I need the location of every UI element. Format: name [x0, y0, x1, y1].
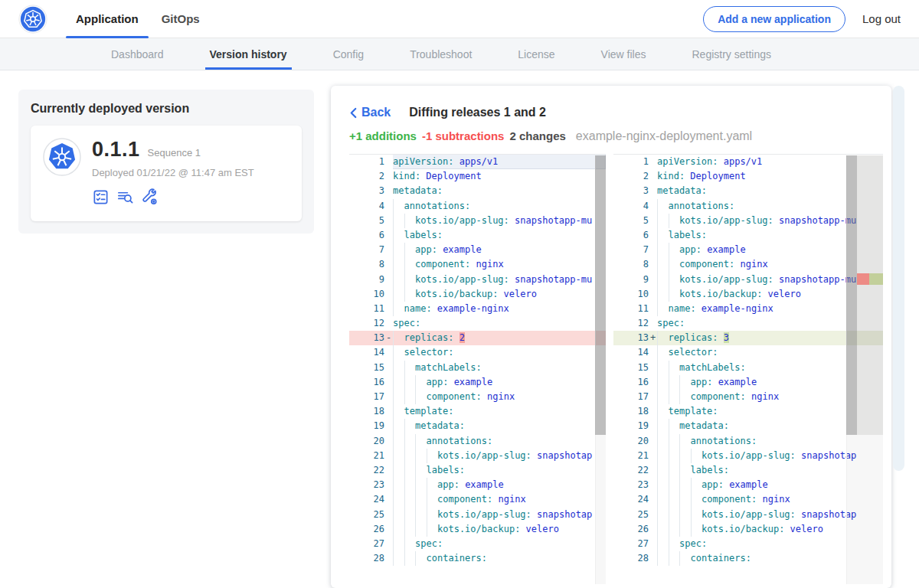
diff-line: 1apiVersion: apps/v1 [349, 155, 606, 169]
diff-line: 12spec: [613, 316, 883, 331]
logout-button[interactable]: Log out [862, 12, 901, 25]
diff-line: 15matchLabels: [349, 361, 606, 375]
subtractions-count: -1 subtractions [422, 129, 505, 142]
tab-dashboard[interactable]: Dashboard [111, 38, 164, 70]
release-notes-icon[interactable] [92, 188, 110, 209]
diff-filename: example-nginx-deployment.yaml [576, 129, 752, 143]
diff-line: 16app: example [613, 375, 883, 390]
add-application-button[interactable]: Add a new application [703, 6, 845, 32]
back-button[interactable]: Back [349, 106, 391, 119]
diff-stats: +1 additions -1 subtractions 2 changes e… [349, 129, 891, 143]
diff-line: 20annotations: [613, 434, 883, 449]
version-number: 0.1.1 [92, 138, 140, 162]
diff-line: 5kots.io/app-slug: snapshotapp-mu [613, 214, 883, 228]
diff-line: 13+replicas: 3 [613, 331, 883, 345]
diff-line: 27spec: [613, 537, 883, 551]
diff-line: 10kots.io/backup: velero [613, 287, 883, 302]
tab-gitops[interactable]: GitOps [150, 0, 211, 38]
diff-title: Diffing releases 1 and 2 [409, 106, 546, 119]
chevron-left-icon [349, 107, 358, 119]
ruler-below-region [857, 435, 883, 584]
diff-line: 11name: example-nginx [613, 302, 883, 316]
diff-line: 2kind: Deployment [349, 169, 606, 184]
diff-line: 8component: nginx [613, 257, 883, 272]
diff-line: 4annotations: [613, 199, 883, 214]
diff-line: 22labels: [613, 463, 883, 478]
diff-line: 18template: [613, 404, 883, 419]
tab-config[interactable]: Config [333, 38, 364, 70]
diff-line: 2kind: Deployment [613, 169, 883, 184]
deployed-version-tile: 0.1.1 Sequence 1 Deployed 01/21/22 @ 11:… [31, 126, 302, 221]
diff-line: 27spec: [349, 537, 606, 551]
diff-line: 28containers: [613, 551, 883, 566]
tab-version-history[interactable]: Version history [210, 38, 287, 70]
diff-line: 21kots.io/app-slug: snapshotap [349, 449, 606, 463]
diff-line: 12spec: [349, 316, 606, 331]
new-pane-scrollbar-thumb[interactable] [846, 155, 857, 435]
app-version-icon [43, 138, 81, 176]
diff-line: 3metadata: [349, 184, 606, 198]
diff-line: 21kots.io/app-slug: snapshotap [613, 449, 883, 463]
diff-line: 25kots.io/app-slug: snapshotap [613, 508, 883, 522]
diff-line: 17component: nginx [613, 390, 883, 404]
old-pane-scrollbar-thumb[interactable] [595, 155, 606, 435]
diff-line: 25kots.io/app-slug: snapshotap [349, 508, 606, 522]
diff-line: 20annotations: [349, 434, 606, 449]
diff-line: 13-replicas: 2 [349, 331, 606, 345]
diff-line: 10kots.io/backup: velero [349, 287, 606, 302]
diff-line: 23app: example [613, 478, 883, 492]
ruler-viewport-region [857, 155, 883, 435]
diff-line: 5kots.io/app-slug: snapshotapp-mu [349, 214, 606, 228]
currently-deployed-card: Currently deployed version [18, 90, 314, 234]
diff-line: 26kots.io/backup: velero [349, 522, 606, 537]
diff-line: 24component: nginx [613, 492, 883, 507]
diff-change-marker [857, 273, 883, 285]
diff-line: 7app: example [349, 243, 606, 257]
diff-pane-old: 1apiVersion: apps/v12kind: Deployment3me… [349, 154, 606, 584]
diff-line: 14selector: [613, 345, 883, 360]
diff-line: 15matchLabels: [613, 361, 883, 375]
diff-line: 18template: [349, 404, 606, 419]
main-content: Currently deployed version [0, 70, 919, 588]
version-sequence: Sequence 1 [148, 147, 201, 158]
diff-line: 11name: example-nginx [349, 302, 606, 316]
kubernetes-logo-icon [18, 5, 47, 34]
diff-line: 28containers: [349, 551, 606, 566]
tab-view-files[interactable]: View files [601, 38, 646, 70]
diff-line: 9kots.io/app-slug: snapshotapp-mu [613, 273, 883, 287]
top-navbar: Application GitOps Add a new application… [0, 0, 919, 38]
diff-line: 14selector: [349, 345, 606, 360]
diff-line: 9kots.io/app-slug: snapshotapp-mu [349, 273, 606, 287]
deployed-card-title: Currently deployed version [31, 102, 302, 116]
deletion-marker [857, 273, 869, 285]
tab-registry-settings[interactable]: Registry settings [692, 38, 770, 70]
diff-pane-new: 1apiVersion: apps/v12kind: Deployment3me… [613, 154, 883, 584]
diff-line: 6labels: [613, 228, 883, 243]
diff-card: Back Diffing releases 1 and 2 +1 additio… [331, 86, 891, 588]
tab-troubleshoot[interactable]: Troubleshoot [410, 38, 472, 70]
diff-line: 7app: example [613, 243, 883, 257]
addition-marker [869, 273, 883, 285]
diff-line: 6labels: [349, 228, 606, 243]
diff-line: 1apiVersion: apps/v1 [613, 155, 883, 169]
tab-application[interactable]: Application [64, 0, 150, 38]
diff-line: 4annotations: [349, 199, 606, 214]
diff-line: 23app: example [349, 478, 606, 492]
app-sub-navbar: Dashboard Version history Config Trouble… [0, 38, 919, 70]
diff-overview-ruler [857, 155, 883, 584]
diff-line: 16app: example [349, 375, 606, 390]
diff-line: 24component: nginx [349, 492, 606, 507]
diff-line: 3metadata: [613, 184, 883, 198]
deployed-timestamp: Deployed 01/21/22 @ 11:47 am EST [92, 167, 254, 178]
additions-count: +1 additions [349, 129, 417, 142]
diff-line: 19metadata: [349, 419, 606, 433]
diff-line: 8component: nginx [349, 257, 606, 272]
diff-line: 17component: nginx [349, 390, 606, 404]
view-logs-icon[interactable] [116, 188, 134, 209]
tab-license[interactable]: License [518, 38, 554, 70]
diff-line: 19metadata: [613, 419, 883, 433]
configure-icon[interactable] [141, 188, 159, 209]
changes-count: 2 changes [509, 129, 565, 142]
page-scrollbar-thumb[interactable] [893, 86, 904, 471]
top-tabs: Application GitOps [64, 0, 211, 38]
